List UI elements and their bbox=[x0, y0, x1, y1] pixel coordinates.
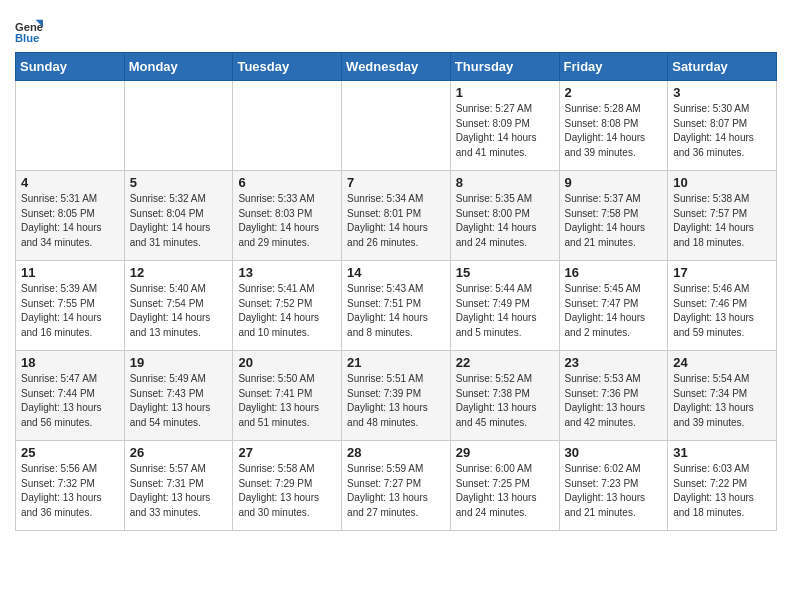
calendar-table: SundayMondayTuesdayWednesdayThursdayFrid… bbox=[15, 52, 777, 531]
calendar-cell: 1Sunrise: 5:27 AM Sunset: 8:09 PM Daylig… bbox=[450, 81, 559, 171]
day-number: 13 bbox=[238, 265, 336, 280]
day-detail: Sunrise: 5:53 AM Sunset: 7:36 PM Dayligh… bbox=[565, 372, 663, 430]
day-number: 25 bbox=[21, 445, 119, 460]
day-number: 4 bbox=[21, 175, 119, 190]
day-number: 22 bbox=[456, 355, 554, 370]
calendar-cell: 6Sunrise: 5:33 AM Sunset: 8:03 PM Daylig… bbox=[233, 171, 342, 261]
calendar-cell: 8Sunrise: 5:35 AM Sunset: 8:00 PM Daylig… bbox=[450, 171, 559, 261]
day-detail: Sunrise: 5:58 AM Sunset: 7:29 PM Dayligh… bbox=[238, 462, 336, 520]
day-detail: Sunrise: 5:39 AM Sunset: 7:55 PM Dayligh… bbox=[21, 282, 119, 340]
calendar-cell: 12Sunrise: 5:40 AM Sunset: 7:54 PM Dayli… bbox=[124, 261, 233, 351]
calendar-cell: 20Sunrise: 5:50 AM Sunset: 7:41 PM Dayli… bbox=[233, 351, 342, 441]
day-number: 19 bbox=[130, 355, 228, 370]
day-detail: Sunrise: 5:47 AM Sunset: 7:44 PM Dayligh… bbox=[21, 372, 119, 430]
day-detail: Sunrise: 6:02 AM Sunset: 7:23 PM Dayligh… bbox=[565, 462, 663, 520]
calendar-week-row: 25Sunrise: 5:56 AM Sunset: 7:32 PM Dayli… bbox=[16, 441, 777, 531]
calendar-cell: 16Sunrise: 5:45 AM Sunset: 7:47 PM Dayli… bbox=[559, 261, 668, 351]
weekday-header-saturday: Saturday bbox=[668, 53, 777, 81]
day-detail: Sunrise: 5:35 AM Sunset: 8:00 PM Dayligh… bbox=[456, 192, 554, 250]
day-number: 9 bbox=[565, 175, 663, 190]
day-number: 27 bbox=[238, 445, 336, 460]
day-detail: Sunrise: 5:59 AM Sunset: 7:27 PM Dayligh… bbox=[347, 462, 445, 520]
day-number: 24 bbox=[673, 355, 771, 370]
day-number: 28 bbox=[347, 445, 445, 460]
calendar-cell: 4Sunrise: 5:31 AM Sunset: 8:05 PM Daylig… bbox=[16, 171, 125, 261]
calendar-week-row: 1Sunrise: 5:27 AM Sunset: 8:09 PM Daylig… bbox=[16, 81, 777, 171]
day-detail: Sunrise: 5:34 AM Sunset: 8:01 PM Dayligh… bbox=[347, 192, 445, 250]
day-detail: Sunrise: 5:44 AM Sunset: 7:49 PM Dayligh… bbox=[456, 282, 554, 340]
calendar-cell bbox=[16, 81, 125, 171]
calendar-cell: 2Sunrise: 5:28 AM Sunset: 8:08 PM Daylig… bbox=[559, 81, 668, 171]
day-number: 14 bbox=[347, 265, 445, 280]
calendar-cell: 28Sunrise: 5:59 AM Sunset: 7:27 PM Dayli… bbox=[342, 441, 451, 531]
day-number: 3 bbox=[673, 85, 771, 100]
calendar-cell: 3Sunrise: 5:30 AM Sunset: 8:07 PM Daylig… bbox=[668, 81, 777, 171]
calendar-cell: 30Sunrise: 6:02 AM Sunset: 7:23 PM Dayli… bbox=[559, 441, 668, 531]
calendar-cell: 10Sunrise: 5:38 AM Sunset: 7:57 PM Dayli… bbox=[668, 171, 777, 261]
day-number: 30 bbox=[565, 445, 663, 460]
day-detail: Sunrise: 6:03 AM Sunset: 7:22 PM Dayligh… bbox=[673, 462, 771, 520]
logo: General Blue bbox=[15, 18, 47, 46]
day-detail: Sunrise: 6:00 AM Sunset: 7:25 PM Dayligh… bbox=[456, 462, 554, 520]
day-number: 7 bbox=[347, 175, 445, 190]
day-number: 26 bbox=[130, 445, 228, 460]
calendar-cell: 26Sunrise: 5:57 AM Sunset: 7:31 PM Dayli… bbox=[124, 441, 233, 531]
calendar-header-row: SundayMondayTuesdayWednesdayThursdayFrid… bbox=[16, 53, 777, 81]
weekday-header-wednesday: Wednesday bbox=[342, 53, 451, 81]
day-detail: Sunrise: 5:56 AM Sunset: 7:32 PM Dayligh… bbox=[21, 462, 119, 520]
calendar-cell: 11Sunrise: 5:39 AM Sunset: 7:55 PM Dayli… bbox=[16, 261, 125, 351]
weekday-header-friday: Friday bbox=[559, 53, 668, 81]
calendar-week-row: 18Sunrise: 5:47 AM Sunset: 7:44 PM Dayli… bbox=[16, 351, 777, 441]
day-detail: Sunrise: 5:28 AM Sunset: 8:08 PM Dayligh… bbox=[565, 102, 663, 160]
day-detail: Sunrise: 5:45 AM Sunset: 7:47 PM Dayligh… bbox=[565, 282, 663, 340]
calendar-cell: 27Sunrise: 5:58 AM Sunset: 7:29 PM Dayli… bbox=[233, 441, 342, 531]
day-detail: Sunrise: 5:33 AM Sunset: 8:03 PM Dayligh… bbox=[238, 192, 336, 250]
calendar-cell: 5Sunrise: 5:32 AM Sunset: 8:04 PM Daylig… bbox=[124, 171, 233, 261]
calendar-cell bbox=[233, 81, 342, 171]
day-number: 20 bbox=[238, 355, 336, 370]
day-number: 12 bbox=[130, 265, 228, 280]
day-detail: Sunrise: 5:30 AM Sunset: 8:07 PM Dayligh… bbox=[673, 102, 771, 160]
day-detail: Sunrise: 5:50 AM Sunset: 7:41 PM Dayligh… bbox=[238, 372, 336, 430]
day-number: 5 bbox=[130, 175, 228, 190]
day-detail: Sunrise: 5:32 AM Sunset: 8:04 PM Dayligh… bbox=[130, 192, 228, 250]
day-number: 8 bbox=[456, 175, 554, 190]
day-detail: Sunrise: 5:46 AM Sunset: 7:46 PM Dayligh… bbox=[673, 282, 771, 340]
calendar-cell: 19Sunrise: 5:49 AM Sunset: 7:43 PM Dayli… bbox=[124, 351, 233, 441]
page-header: General Blue bbox=[15, 10, 777, 46]
day-number: 29 bbox=[456, 445, 554, 460]
day-detail: Sunrise: 5:57 AM Sunset: 7:31 PM Dayligh… bbox=[130, 462, 228, 520]
day-number: 16 bbox=[565, 265, 663, 280]
calendar-cell: 13Sunrise: 5:41 AM Sunset: 7:52 PM Dayli… bbox=[233, 261, 342, 351]
day-detail: Sunrise: 5:51 AM Sunset: 7:39 PM Dayligh… bbox=[347, 372, 445, 430]
day-number: 17 bbox=[673, 265, 771, 280]
day-number: 21 bbox=[347, 355, 445, 370]
calendar-cell: 29Sunrise: 6:00 AM Sunset: 7:25 PM Dayli… bbox=[450, 441, 559, 531]
day-number: 10 bbox=[673, 175, 771, 190]
calendar-cell: 7Sunrise: 5:34 AM Sunset: 8:01 PM Daylig… bbox=[342, 171, 451, 261]
day-number: 6 bbox=[238, 175, 336, 190]
day-number: 18 bbox=[21, 355, 119, 370]
calendar-week-row: 4Sunrise: 5:31 AM Sunset: 8:05 PM Daylig… bbox=[16, 171, 777, 261]
svg-text:Blue: Blue bbox=[15, 32, 39, 44]
calendar-cell: 14Sunrise: 5:43 AM Sunset: 7:51 PM Dayli… bbox=[342, 261, 451, 351]
day-detail: Sunrise: 5:37 AM Sunset: 7:58 PM Dayligh… bbox=[565, 192, 663, 250]
calendar-cell: 24Sunrise: 5:54 AM Sunset: 7:34 PM Dayli… bbox=[668, 351, 777, 441]
day-detail: Sunrise: 5:49 AM Sunset: 7:43 PM Dayligh… bbox=[130, 372, 228, 430]
day-detail: Sunrise: 5:40 AM Sunset: 7:54 PM Dayligh… bbox=[130, 282, 228, 340]
day-number: 2 bbox=[565, 85, 663, 100]
calendar-cell: 22Sunrise: 5:52 AM Sunset: 7:38 PM Dayli… bbox=[450, 351, 559, 441]
day-detail: Sunrise: 5:31 AM Sunset: 8:05 PM Dayligh… bbox=[21, 192, 119, 250]
day-detail: Sunrise: 5:38 AM Sunset: 7:57 PM Dayligh… bbox=[673, 192, 771, 250]
day-detail: Sunrise: 5:27 AM Sunset: 8:09 PM Dayligh… bbox=[456, 102, 554, 160]
day-number: 1 bbox=[456, 85, 554, 100]
calendar-cell: 17Sunrise: 5:46 AM Sunset: 7:46 PM Dayli… bbox=[668, 261, 777, 351]
calendar-cell: 15Sunrise: 5:44 AM Sunset: 7:49 PM Dayli… bbox=[450, 261, 559, 351]
day-detail: Sunrise: 5:52 AM Sunset: 7:38 PM Dayligh… bbox=[456, 372, 554, 430]
day-number: 23 bbox=[565, 355, 663, 370]
calendar-cell: 25Sunrise: 5:56 AM Sunset: 7:32 PM Dayli… bbox=[16, 441, 125, 531]
day-detail: Sunrise: 5:54 AM Sunset: 7:34 PM Dayligh… bbox=[673, 372, 771, 430]
calendar-cell: 23Sunrise: 5:53 AM Sunset: 7:36 PM Dayli… bbox=[559, 351, 668, 441]
calendar-cell: 9Sunrise: 5:37 AM Sunset: 7:58 PM Daylig… bbox=[559, 171, 668, 261]
calendar-cell bbox=[342, 81, 451, 171]
